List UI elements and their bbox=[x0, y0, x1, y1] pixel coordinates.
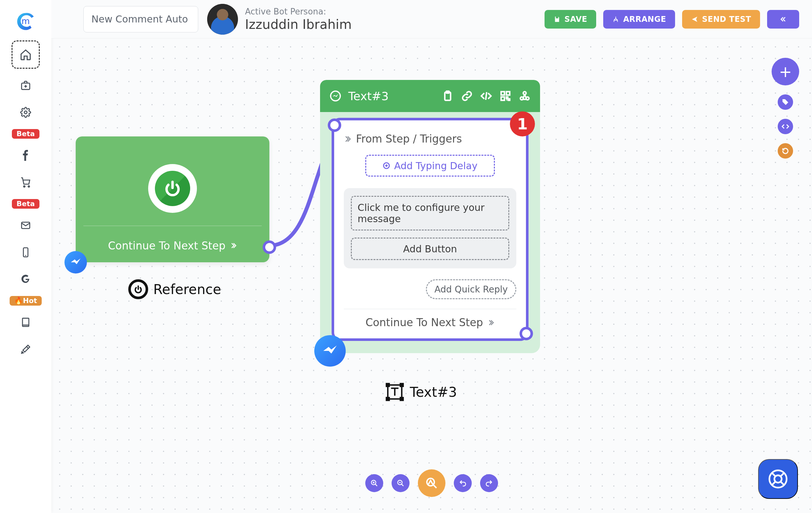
beta-badge-2: Beta bbox=[12, 199, 39, 209]
text-node[interactable]: Text#3 1 From Step / Triggers Add Typing… bbox=[320, 80, 540, 353]
flow-canvas[interactable]: Continue To Next Step Reference Text#3 1 bbox=[51, 38, 812, 513]
body-divider bbox=[344, 309, 516, 309]
count-badge: 1 bbox=[510, 111, 535, 136]
chevron-right-double-icon bbox=[488, 319, 494, 326]
start-continue-label: Continue To Next Step bbox=[108, 240, 226, 252]
svg-point-2 bbox=[24, 111, 27, 114]
text-node-title: Text#3 bbox=[348, 89, 435, 103]
svg-point-26 bbox=[770, 470, 787, 488]
help-button[interactable] bbox=[758, 459, 798, 499]
text-port-out[interactable] bbox=[520, 327, 533, 340]
start-node-caption: Reference bbox=[128, 279, 221, 299]
persona-block: Active Bot Persona: Izzuddin Ibrahim bbox=[245, 7, 352, 32]
nav-settings-icon[interactable] bbox=[16, 102, 36, 123]
plus-circle-icon bbox=[383, 162, 390, 169]
nav-mail-icon[interactable] bbox=[16, 215, 36, 236]
code-icon[interactable] bbox=[480, 89, 493, 102]
chevron-right-double-icon bbox=[344, 135, 351, 143]
sidebar: m Beta Beta 🔥Hot bbox=[0, 0, 51, 513]
power-small-icon bbox=[128, 279, 148, 299]
divider bbox=[83, 226, 262, 226]
arrange-button-label: ARRANGE bbox=[623, 15, 666, 24]
nav-home[interactable] bbox=[11, 40, 40, 69]
text-node-caption: Text#3 bbox=[385, 383, 457, 401]
zoom-fit-button[interactable] bbox=[418, 469, 445, 497]
app-logo: m bbox=[13, 9, 38, 34]
text-node-body: 1 From Step / Triggers Add Typing Delay … bbox=[331, 118, 528, 341]
chevron-right-double-icon bbox=[230, 242, 237, 249]
nav-mobile-icon[interactable] bbox=[16, 242, 36, 263]
nav-medical-icon[interactable] bbox=[16, 75, 36, 96]
svg-point-27 bbox=[775, 476, 782, 483]
add-typing-delay-button[interactable]: Add Typing Delay bbox=[365, 155, 495, 177]
redo-button[interactable] bbox=[480, 474, 498, 492]
qr-icon[interactable] bbox=[499, 89, 512, 102]
send-test-button-label: SEND TEST bbox=[702, 15, 751, 24]
arrange-button[interactable]: ARRANGE bbox=[603, 10, 675, 29]
start-node[interactable]: Continue To Next Step bbox=[76, 136, 269, 262]
zoom-controls bbox=[365, 469, 498, 497]
add-typing-delay-label: Add Typing Delay bbox=[394, 160, 477, 171]
nav-google-icon[interactable] bbox=[16, 269, 36, 290]
add-button-button[interactable]: Add Button bbox=[351, 238, 509, 260]
svg-point-16 bbox=[523, 92, 526, 95]
nav-tools-icon[interactable] bbox=[16, 339, 36, 359]
zoom-in-button[interactable] bbox=[365, 474, 383, 492]
add-node-button[interactable]: + bbox=[772, 58, 799, 85]
lifebuoy-icon bbox=[768, 469, 788, 489]
tags-button[interactable] bbox=[778, 94, 793, 110]
text-port-in[interactable] bbox=[328, 118, 341, 132]
start-port-out[interactable] bbox=[263, 240, 276, 254]
topbar: Active Bot Persona: Izzuddin Ibrahim SAV… bbox=[51, 0, 812, 38]
nav-book-icon[interactable] bbox=[16, 312, 36, 332]
save-button[interactable]: SAVE bbox=[545, 10, 596, 29]
nav-cart-icon[interactable] bbox=[16, 172, 36, 193]
chevron-left-double-icon bbox=[780, 16, 787, 23]
send-test-button[interactable]: SEND TEST bbox=[682, 10, 760, 29]
clipboard-icon[interactable] bbox=[441, 89, 454, 102]
avatar[interactable] bbox=[207, 4, 238, 35]
message-text-placeholder[interactable]: Click me to configure your message bbox=[351, 196, 509, 231]
start-continue[interactable]: Continue To Next Step bbox=[76, 233, 269, 259]
save-icon bbox=[553, 16, 560, 23]
svg-rect-13 bbox=[501, 97, 505, 101]
collapse-button[interactable] bbox=[767, 10, 799, 29]
persona-label: Active Bot Persona: bbox=[245, 7, 352, 17]
embed-button[interactable] bbox=[778, 119, 793, 134]
undo-button[interactable] bbox=[454, 474, 472, 492]
message-card: Click me to configure your message Add B… bbox=[344, 188, 516, 268]
svg-point-3 bbox=[24, 186, 25, 187]
text-continue-label: Continue To Next Step bbox=[366, 316, 483, 329]
text-node-header: Text#3 bbox=[320, 80, 540, 112]
text-caption-text: Text#3 bbox=[410, 384, 457, 400]
svg-rect-21 bbox=[386, 398, 389, 400]
flow-name-input[interactable] bbox=[83, 6, 198, 32]
messenger-header-icon bbox=[329, 89, 342, 102]
start-caption-text: Reference bbox=[153, 281, 221, 297]
hot-badge: 🔥Hot bbox=[10, 296, 41, 306]
svg-rect-11 bbox=[501, 92, 505, 96]
add-quick-reply-button[interactable]: Add Quick Reply bbox=[426, 279, 516, 299]
zoom-out-button[interactable] bbox=[392, 474, 409, 492]
arrange-icon bbox=[612, 16, 619, 23]
svg-point-4 bbox=[28, 186, 29, 187]
from-step-row[interactable]: From Step / Triggers bbox=[344, 133, 516, 145]
nav-facebook-icon[interactable] bbox=[16, 145, 36, 166]
right-rail: + bbox=[772, 58, 799, 159]
svg-rect-22 bbox=[400, 398, 403, 400]
messenger-badge bbox=[64, 251, 87, 273]
send-icon bbox=[691, 16, 698, 23]
text-frame-icon bbox=[385, 383, 404, 401]
text-continue[interactable]: Continue To Next Step bbox=[344, 316, 516, 329]
svg-text:m: m bbox=[22, 16, 30, 26]
webhook-icon[interactable] bbox=[518, 89, 531, 102]
svg-rect-12 bbox=[506, 92, 510, 96]
messenger-badge bbox=[314, 335, 346, 367]
svg-rect-20 bbox=[400, 384, 403, 386]
refresh-button[interactable] bbox=[778, 143, 793, 159]
svg-rect-19 bbox=[386, 384, 389, 386]
link-icon[interactable] bbox=[461, 89, 473, 102]
power-icon bbox=[148, 164, 197, 213]
from-step-label: From Step / Triggers bbox=[356, 133, 462, 145]
save-button-label: SAVE bbox=[564, 15, 587, 24]
